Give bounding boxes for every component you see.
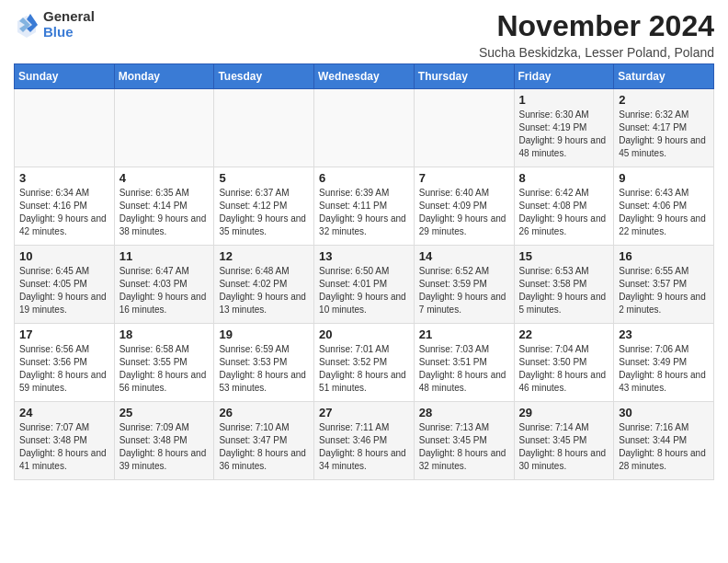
day-number: 18 xyxy=(119,327,210,341)
cell-w2-d5: 8Sunrise: 6:42 AM Sunset: 4:08 PM Daylig… xyxy=(514,167,614,246)
cell-w5-d4: 28Sunrise: 7:13 AM Sunset: 3:45 PM Dayli… xyxy=(414,402,514,480)
day-number: 9 xyxy=(619,171,709,185)
col-saturday: Saturday xyxy=(614,64,714,89)
header-row: Sunday Monday Tuesday Wednesday Thursday… xyxy=(15,64,714,89)
day-info: Sunrise: 6:40 AM Sunset: 4:09 PM Dayligh… xyxy=(419,187,509,238)
cell-w4-d6: 23Sunrise: 7:06 AM Sunset: 3:49 PM Dayli… xyxy=(614,324,714,402)
week-row-2: 3Sunrise: 6:34 AM Sunset: 4:16 PM Daylig… xyxy=(15,167,714,246)
calendar-header: Sunday Monday Tuesday Wednesday Thursday… xyxy=(15,64,714,89)
col-monday: Monday xyxy=(114,64,214,89)
day-number: 24 xyxy=(19,406,109,419)
cell-w4-d5: 22Sunrise: 7:04 AM Sunset: 3:50 PM Dayli… xyxy=(514,324,614,402)
day-info: Sunrise: 6:32 AM Sunset: 4:17 PM Dayligh… xyxy=(619,109,709,160)
day-number: 21 xyxy=(419,327,509,341)
calendar-table: Sunday Monday Tuesday Wednesday Thursday… xyxy=(14,63,714,480)
cell-w1-d4 xyxy=(414,89,514,167)
cell-w2-d2: 5Sunrise: 6:37 AM Sunset: 4:12 PM Daylig… xyxy=(214,167,314,246)
logo-text: General Blue xyxy=(43,9,95,40)
cell-w2-d3: 6Sunrise: 6:39 AM Sunset: 4:11 PM Daylig… xyxy=(314,167,415,246)
logo: General Blue xyxy=(14,9,95,40)
day-number: 11 xyxy=(119,249,210,263)
cell-w4-d0: 17Sunrise: 6:56 AM Sunset: 3:56 PM Dayli… xyxy=(15,324,115,402)
day-info: Sunrise: 6:56 AM Sunset: 3:56 PM Dayligh… xyxy=(19,343,109,395)
day-info: Sunrise: 7:06 AM Sunset: 3:49 PM Dayligh… xyxy=(619,343,709,395)
day-info: Sunrise: 6:35 AM Sunset: 4:14 PM Dayligh… xyxy=(119,187,210,238)
header: General Blue November 2024 Sucha Beskidz… xyxy=(14,9,714,60)
day-info: Sunrise: 6:58 AM Sunset: 3:55 PM Dayligh… xyxy=(119,343,210,395)
day-number: 13 xyxy=(319,249,409,263)
day-info: Sunrise: 7:11 AM Sunset: 3:46 PM Dayligh… xyxy=(319,421,409,473)
cell-w3-d4: 14Sunrise: 6:52 AM Sunset: 3:59 PM Dayli… xyxy=(414,246,514,324)
col-wednesday: Wednesday xyxy=(314,64,415,89)
day-number: 8 xyxy=(519,171,609,185)
day-number: 19 xyxy=(219,327,309,341)
week-row-1: 1Sunrise: 6:30 AM Sunset: 4:19 PM Daylig… xyxy=(15,89,714,167)
cell-w2-d4: 7Sunrise: 6:40 AM Sunset: 4:09 PM Daylig… xyxy=(414,167,514,246)
cell-w1-d6: 2Sunrise: 6:32 AM Sunset: 4:17 PM Daylig… xyxy=(614,89,714,167)
day-number: 15 xyxy=(519,249,609,263)
cell-w4-d1: 18Sunrise: 6:58 AM Sunset: 3:55 PM Dayli… xyxy=(114,324,214,402)
day-info: Sunrise: 6:47 AM Sunset: 4:03 PM Dayligh… xyxy=(119,265,210,316)
day-number: 17 xyxy=(19,327,109,341)
day-number: 5 xyxy=(219,171,309,185)
day-info: Sunrise: 7:01 AM Sunset: 3:52 PM Dayligh… xyxy=(319,343,409,395)
day-info: Sunrise: 6:55 AM Sunset: 3:57 PM Dayligh… xyxy=(619,265,709,316)
cell-w5-d3: 27Sunrise: 7:11 AM Sunset: 3:46 PM Dayli… xyxy=(314,402,415,480)
cell-w3-d2: 12Sunrise: 6:48 AM Sunset: 4:02 PM Dayli… xyxy=(214,246,314,324)
cell-w5-d1: 25Sunrise: 7:09 AM Sunset: 3:48 PM Dayli… xyxy=(114,402,214,480)
day-number: 22 xyxy=(519,327,609,341)
cell-w2-d1: 4Sunrise: 6:35 AM Sunset: 4:14 PM Daylig… xyxy=(114,167,214,246)
day-number: 26 xyxy=(219,406,309,419)
day-number: 30 xyxy=(619,406,709,419)
calendar-body: 1Sunrise: 6:30 AM Sunset: 4:19 PM Daylig… xyxy=(15,89,714,480)
location: Sucha Beskidzka, Lesser Poland, Poland xyxy=(479,45,714,60)
cell-w4-d2: 19Sunrise: 6:59 AM Sunset: 3:53 PM Dayli… xyxy=(214,324,314,402)
cell-w3-d0: 10Sunrise: 6:45 AM Sunset: 4:05 PM Dayli… xyxy=(15,246,115,324)
day-info: Sunrise: 6:53 AM Sunset: 3:58 PM Dayligh… xyxy=(519,265,609,316)
day-number: 12 xyxy=(219,249,309,263)
cell-w3-d1: 11Sunrise: 6:47 AM Sunset: 4:03 PM Dayli… xyxy=(114,246,214,324)
day-info: Sunrise: 7:13 AM Sunset: 3:45 PM Dayligh… xyxy=(419,421,509,473)
cell-w1-d2 xyxy=(214,89,314,167)
cell-w1-d5: 1Sunrise: 6:30 AM Sunset: 4:19 PM Daylig… xyxy=(514,89,614,167)
day-info: Sunrise: 6:37 AM Sunset: 4:12 PM Dayligh… xyxy=(219,187,309,238)
month-title: November 2024 xyxy=(479,9,714,43)
day-number: 27 xyxy=(319,406,409,419)
cell-w3-d3: 13Sunrise: 6:50 AM Sunset: 4:01 PM Dayli… xyxy=(314,246,415,324)
day-info: Sunrise: 6:42 AM Sunset: 4:08 PM Dayligh… xyxy=(519,187,609,238)
cell-w1-d3 xyxy=(314,89,415,167)
day-info: Sunrise: 7:03 AM Sunset: 3:51 PM Dayligh… xyxy=(419,343,509,395)
day-number: 6 xyxy=(319,171,409,185)
day-info: Sunrise: 6:43 AM Sunset: 4:06 PM Dayligh… xyxy=(619,187,709,238)
day-number: 16 xyxy=(619,249,709,263)
cell-w5-d5: 29Sunrise: 7:14 AM Sunset: 3:45 PM Dayli… xyxy=(514,402,614,480)
cell-w1-d1 xyxy=(114,89,214,167)
day-info: Sunrise: 6:34 AM Sunset: 4:16 PM Dayligh… xyxy=(19,187,109,238)
day-info: Sunrise: 7:16 AM Sunset: 3:44 PM Dayligh… xyxy=(619,421,709,473)
day-info: Sunrise: 7:07 AM Sunset: 3:48 PM Dayligh… xyxy=(19,421,109,473)
logo-icon xyxy=(14,12,40,38)
cell-w2-d0: 3Sunrise: 6:34 AM Sunset: 4:16 PM Daylig… xyxy=(15,167,115,246)
week-row-5: 24Sunrise: 7:07 AM Sunset: 3:48 PM Dayli… xyxy=(15,402,714,480)
day-info: Sunrise: 6:48 AM Sunset: 4:02 PM Dayligh… xyxy=(219,265,309,316)
day-number: 14 xyxy=(419,249,509,263)
cell-w5-d6: 30Sunrise: 7:16 AM Sunset: 3:44 PM Dayli… xyxy=(614,402,714,480)
logo-blue: Blue xyxy=(43,25,95,40)
day-number: 1 xyxy=(519,93,609,107)
col-friday: Friday xyxy=(514,64,614,89)
day-info: Sunrise: 6:52 AM Sunset: 3:59 PM Dayligh… xyxy=(419,265,509,316)
cell-w1-d0 xyxy=(15,89,115,167)
day-info: Sunrise: 7:04 AM Sunset: 3:50 PM Dayligh… xyxy=(519,343,609,395)
cell-w3-d6: 16Sunrise: 6:55 AM Sunset: 3:57 PM Dayli… xyxy=(614,246,714,324)
day-info: Sunrise: 6:59 AM Sunset: 3:53 PM Dayligh… xyxy=(219,343,309,395)
day-number: 28 xyxy=(419,406,509,419)
day-number: 4 xyxy=(119,171,210,185)
week-row-3: 10Sunrise: 6:45 AM Sunset: 4:05 PM Dayli… xyxy=(15,246,714,324)
col-tuesday: Tuesday xyxy=(214,64,314,89)
day-number: 7 xyxy=(419,171,509,185)
day-info: Sunrise: 6:45 AM Sunset: 4:05 PM Dayligh… xyxy=(19,265,109,316)
day-info: Sunrise: 6:39 AM Sunset: 4:11 PM Dayligh… xyxy=(319,187,409,238)
col-thursday: Thursday xyxy=(414,64,514,89)
day-number: 23 xyxy=(619,327,709,341)
col-sunday: Sunday xyxy=(15,64,115,89)
